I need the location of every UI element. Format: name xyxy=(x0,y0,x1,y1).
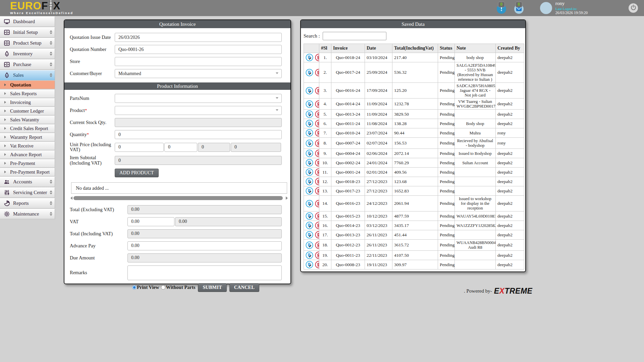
delete-icon[interactable] xyxy=(315,222,319,229)
cell-invoice[interactable]: Quo-0010-24 xyxy=(331,128,365,138)
scroll-left-arrow-icon[interactable] xyxy=(70,196,72,200)
cell-invoice[interactable]: Quo-0013-23 xyxy=(331,230,365,240)
cell-invoice[interactable]: Quo-0017-24 xyxy=(331,62,365,83)
print-view-radio[interactable] xyxy=(132,285,137,290)
sidebar-item-product-setup[interactable]: Product Setup xyxy=(0,38,55,48)
delete-icon[interactable] xyxy=(315,120,319,127)
delete-icon[interactable] xyxy=(315,100,319,108)
edit-icon[interactable] xyxy=(306,69,313,76)
cell-invoice[interactable]: Quo-0004-24 xyxy=(331,149,365,158)
edit-icon[interactable] xyxy=(306,159,313,167)
messages-button[interactable]: 0 xyxy=(513,2,525,14)
edit-icon[interactable] xyxy=(306,231,313,239)
search-input[interactable] xyxy=(323,32,386,40)
cell-invoice[interactable]: Quo-0007-24 xyxy=(331,138,365,149)
delete-icon[interactable] xyxy=(315,212,319,220)
user-avatar[interactable] xyxy=(540,2,552,14)
edit-icon[interactable] xyxy=(306,178,313,185)
sidebar-item-customer-ledger[interactable]: Customer Ledger xyxy=(0,107,55,115)
vat-input-1[interactable] xyxy=(127,217,174,226)
alerts-button[interactable]: 0 xyxy=(496,2,507,14)
sidebar-item-sales-warantty[interactable]: Sales Warantty xyxy=(0,116,55,124)
logout-power-button[interactable] xyxy=(629,3,638,13)
sidebar-item-advance-report[interactable]: Advance Report xyxy=(0,150,55,159)
delete-icon[interactable] xyxy=(315,139,319,147)
quotation-number-input[interactable] xyxy=(115,45,282,54)
edit-icon[interactable] xyxy=(306,110,313,118)
delete-icon[interactable] xyxy=(315,200,319,207)
cell-invoice[interactable]: Quo-0016-23 xyxy=(331,196,365,212)
delete-icon[interactable] xyxy=(315,54,319,61)
customer-select[interactable]: Mohammed xyxy=(115,69,282,78)
unit-price-input-1[interactable] xyxy=(115,143,164,152)
edit-icon[interactable] xyxy=(306,120,313,127)
delete-icon[interactable] xyxy=(315,168,319,176)
edit-icon[interactable] xyxy=(306,251,313,259)
partsnum-select[interactable] xyxy=(115,94,282,103)
sidebar-item-quotation[interactable]: Quotation xyxy=(0,81,55,89)
without-parts-radio[interactable] xyxy=(161,285,165,290)
sidebar-item-sales[interactable]: Sales xyxy=(0,70,55,80)
delete-icon[interactable] xyxy=(315,261,319,268)
cell-invoice[interactable]: Quo-0013-24 xyxy=(331,110,365,119)
add-product-button[interactable]: ADD PRODUCT xyxy=(115,169,159,177)
delete-icon[interactable] xyxy=(315,110,319,118)
edit-icon[interactable] xyxy=(306,187,313,195)
advance-pay-input[interactable] xyxy=(127,241,282,250)
cell-invoice[interactable]: Quo-0011-24 xyxy=(331,119,365,128)
scroll-right-arrow-icon[interactable] xyxy=(286,196,288,200)
submit-button[interactable]: SUBMIT xyxy=(198,283,226,292)
edit-icon[interactable] xyxy=(306,149,313,157)
unit-price-input-2[interactable] xyxy=(164,143,197,152)
delete-icon[interactable] xyxy=(315,178,319,185)
without-parts-radio-label[interactable]: Without Parts xyxy=(166,285,195,290)
cell-invoice[interactable]: Quo-0014-24 xyxy=(331,99,365,110)
edit-icon[interactable] xyxy=(306,212,313,220)
edit-icon[interactable] xyxy=(306,241,313,249)
sidebar-item-servicing-center[interactable]: Servicing Center xyxy=(0,187,55,198)
sidebar-item-invoiceing[interactable]: Invoiceing xyxy=(0,98,55,107)
sidebar-item-initial-setup[interactable]: Initial Setup xyxy=(0,27,55,38)
delete-icon[interactable] xyxy=(315,69,319,76)
cell-invoice[interactable]: Quo-0014-23 xyxy=(331,221,365,230)
delete-icon[interactable] xyxy=(315,241,319,249)
edit-icon[interactable] xyxy=(306,168,313,176)
sidebar-item-pre-payment-report[interactable]: Pre-Payment Report xyxy=(0,168,55,176)
scrollbar-thumb[interactable] xyxy=(73,196,283,200)
cell-invoice[interactable]: Quo-0018-24 xyxy=(331,53,365,62)
edit-icon[interactable] xyxy=(306,261,313,268)
delete-icon[interactable] xyxy=(315,159,319,167)
edit-icon[interactable] xyxy=(306,222,313,229)
cell-invoice[interactable]: Quo-0001-24 xyxy=(331,168,365,177)
cell-invoice[interactable]: Quo-0011-23 xyxy=(331,251,365,260)
sidebar-item-credit-sales-report[interactable]: Credit Sales Report xyxy=(0,124,55,133)
cell-invoice[interactable]: Quo-0008-23 xyxy=(331,260,365,269)
issue-date-input[interactable] xyxy=(115,33,282,42)
sidebar-item-warantty-report[interactable]: Warantty Report xyxy=(0,133,55,141)
quantity-input[interactable] xyxy=(115,130,282,139)
sidebar-item-pre-payment[interactable]: Pre-Payment xyxy=(0,159,55,168)
delete-icon[interactable] xyxy=(315,149,319,157)
sidebar-item-inventory[interactable]: Inventory xyxy=(0,49,55,59)
horizontal-scrollbar[interactable] xyxy=(70,196,288,200)
edit-icon[interactable] xyxy=(306,87,313,95)
edit-icon[interactable] xyxy=(306,54,313,61)
sidebar-item-accounts[interactable]: Accounts xyxy=(0,177,55,187)
print-view-radio-label[interactable]: Print View xyxy=(137,285,159,290)
delete-icon[interactable] xyxy=(315,187,319,195)
sidebar-item-reports[interactable]: Reports xyxy=(0,198,55,208)
sidebar-item-purchase[interactable]: Purchase xyxy=(0,59,55,70)
cell-invoice[interactable]: Quo-0017-23 xyxy=(331,186,365,196)
sidebar-item-dashboard[interactable]: Dashboard xyxy=(0,16,55,27)
delete-icon[interactable] xyxy=(315,231,319,239)
delete-icon[interactable] xyxy=(315,129,319,137)
product-select[interactable] xyxy=(115,106,282,115)
cell-invoice[interactable]: Quo-0016-24 xyxy=(331,83,365,99)
cell-invoice[interactable]: Quo-0018-23 xyxy=(331,177,365,186)
delete-icon[interactable] xyxy=(315,87,319,95)
remarks-textarea[interactable] xyxy=(127,265,282,280)
edit-icon[interactable] xyxy=(306,139,313,147)
delete-icon[interactable] xyxy=(315,251,319,259)
edit-icon[interactable] xyxy=(306,200,313,207)
cell-invoice[interactable]: Quo-0012-23 xyxy=(331,240,365,251)
